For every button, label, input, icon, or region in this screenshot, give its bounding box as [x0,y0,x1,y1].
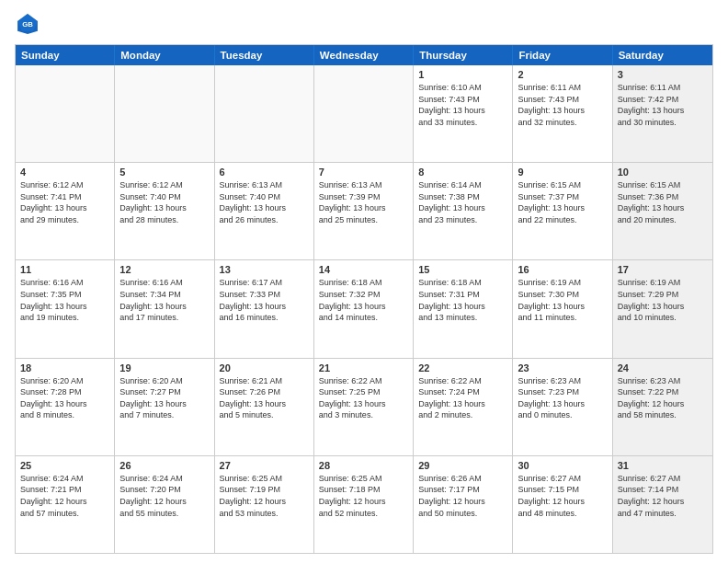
calendar-cell: 27Sunrise: 6:25 AM Sunset: 7:19 PM Dayli… [215,456,314,553]
day-number: 28 [319,460,408,471]
day-number: 14 [319,264,408,275]
day-info: Sunrise: 6:26 AM Sunset: 7:17 PM Dayligh… [418,473,507,519]
calendar-cell: 28Sunrise: 6:25 AM Sunset: 7:18 PM Dayli… [314,456,414,553]
day-info: Sunrise: 6:27 AM Sunset: 7:14 PM Dayligh… [618,473,708,519]
calendar-cell: 16Sunrise: 6:19 AM Sunset: 7:30 PM Dayli… [513,260,612,357]
calendar-week-row: 11Sunrise: 6:16 AM Sunset: 7:35 PM Dayli… [16,260,712,358]
calendar-week-row: 4Sunrise: 6:12 AM Sunset: 7:41 PM Daylig… [16,163,712,260]
day-number: 26 [119,460,209,471]
day-info: Sunrise: 6:24 AM Sunset: 7:21 PM Dayligh… [20,473,109,519]
day-info: Sunrise: 6:11 AM Sunset: 7:42 PM Dayligh… [618,82,708,128]
day-number: 31 [618,460,708,471]
calendar-cell: 17Sunrise: 6:19 AM Sunset: 7:29 PM Dayli… [613,260,712,357]
day-info: Sunrise: 6:22 AM Sunset: 7:25 PM Dayligh… [319,375,408,421]
day-number: 2 [518,69,607,80]
calendar-cell: 3Sunrise: 6:11 AM Sunset: 7:42 PM Daylig… [613,65,712,162]
calendar-cell: 7Sunrise: 6:13 AM Sunset: 7:39 PM Daylig… [314,163,414,259]
day-number: 16 [518,264,607,275]
calendar-cell: 2Sunrise: 6:11 AM Sunset: 7:43 PM Daylig… [513,65,612,162]
day-info: Sunrise: 6:20 AM Sunset: 7:27 PM Dayligh… [119,375,209,421]
calendar-header-cell: Friday [513,45,612,65]
calendar-cell: 22Sunrise: 6:22 AM Sunset: 7:24 PM Dayli… [414,359,513,455]
day-number: 4 [20,167,109,178]
calendar-cell [115,65,214,162]
day-info: Sunrise: 6:25 AM Sunset: 7:19 PM Dayligh… [220,473,309,519]
day-number: 11 [20,264,109,275]
day-number: 27 [220,460,309,471]
calendar-header-cell: Saturday [613,45,712,65]
calendar-cell: 20Sunrise: 6:21 AM Sunset: 7:26 PM Dayli… [215,359,314,455]
calendar-cell: 9Sunrise: 6:15 AM Sunset: 7:37 PM Daylig… [513,163,612,259]
day-info: Sunrise: 6:17 AM Sunset: 7:33 PM Dayligh… [220,277,309,323]
calendar-body: 1Sunrise: 6:10 AM Sunset: 7:43 PM Daylig… [16,65,712,553]
day-info: Sunrise: 6:24 AM Sunset: 7:20 PM Dayligh… [119,473,209,519]
calendar: SundayMondayTuesdayWednesdayThursdayFrid… [15,44,713,554]
day-number: 15 [418,264,507,275]
day-info: Sunrise: 6:15 AM Sunset: 7:37 PM Dayligh… [518,179,607,225]
day-number: 20 [220,362,309,373]
day-number: 8 [418,167,507,178]
calendar-header-cell: Monday [115,45,214,65]
day-info: Sunrise: 6:18 AM Sunset: 7:32 PM Dayligh… [319,277,408,323]
day-info: Sunrise: 6:21 AM Sunset: 7:26 PM Dayligh… [220,375,309,421]
day-info: Sunrise: 6:23 AM Sunset: 7:23 PM Dayligh… [518,375,607,421]
day-info: Sunrise: 6:15 AM Sunset: 7:36 PM Dayligh… [618,179,708,225]
calendar-week-row: 18Sunrise: 6:20 AM Sunset: 7:28 PM Dayli… [16,359,712,456]
day-info: Sunrise: 6:13 AM Sunset: 7:39 PM Dayligh… [319,179,408,225]
day-number: 1 [418,69,507,80]
day-info: Sunrise: 6:12 AM Sunset: 7:40 PM Dayligh… [119,179,209,225]
calendar-week-row: 1Sunrise: 6:10 AM Sunset: 7:43 PM Daylig… [16,65,712,163]
day-info: Sunrise: 6:14 AM Sunset: 7:38 PM Dayligh… [418,179,507,225]
calendar-cell [16,65,115,162]
day-number: 6 [220,167,309,178]
calendar-cell: 4Sunrise: 6:12 AM Sunset: 7:41 PM Daylig… [16,163,115,259]
calendar-cell: 29Sunrise: 6:26 AM Sunset: 7:17 PM Dayli… [414,456,513,553]
calendar-cell: 24Sunrise: 6:23 AM Sunset: 7:22 PM Dayli… [613,359,712,455]
day-number: 25 [20,460,109,471]
day-info: Sunrise: 6:13 AM Sunset: 7:40 PM Dayligh… [220,179,309,225]
calendar-header-cell: Thursday [414,45,513,65]
calendar-cell: 14Sunrise: 6:18 AM Sunset: 7:32 PM Dayli… [314,260,414,357]
day-info: Sunrise: 6:11 AM Sunset: 7:43 PM Dayligh… [518,82,607,128]
calendar-cell: 31Sunrise: 6:27 AM Sunset: 7:14 PM Dayli… [613,456,712,553]
calendar-header-cell: Tuesday [215,45,314,65]
calendar-cell: 23Sunrise: 6:23 AM Sunset: 7:23 PM Dayli… [513,359,612,455]
calendar-cell [215,65,314,162]
calendar-cell [314,65,414,162]
day-number: 29 [418,460,507,471]
logo-icon: GB [15,11,40,37]
day-info: Sunrise: 6:19 AM Sunset: 7:30 PM Dayligh… [518,277,607,323]
day-info: Sunrise: 6:18 AM Sunset: 7:31 PM Dayligh… [418,277,507,323]
day-info: Sunrise: 6:16 AM Sunset: 7:35 PM Dayligh… [20,277,109,323]
day-info: Sunrise: 6:20 AM Sunset: 7:28 PM Dayligh… [20,375,109,421]
calendar-cell: 10Sunrise: 6:15 AM Sunset: 7:36 PM Dayli… [613,163,712,259]
day-number: 23 [518,362,607,373]
day-number: 22 [418,362,507,373]
day-info: Sunrise: 6:22 AM Sunset: 7:24 PM Dayligh… [418,375,507,421]
day-info: Sunrise: 6:23 AM Sunset: 7:22 PM Dayligh… [618,375,708,421]
day-info: Sunrise: 6:19 AM Sunset: 7:29 PM Dayligh… [618,277,708,323]
page: GB SundayMondayTuesdayWednesdayThursdayF… [0,0,728,563]
day-info: Sunrise: 6:12 AM Sunset: 7:41 PM Dayligh… [20,179,109,225]
calendar-cell: 8Sunrise: 6:14 AM Sunset: 7:38 PM Daylig… [414,163,513,259]
day-number: 30 [518,460,607,471]
calendar-cell: 11Sunrise: 6:16 AM Sunset: 7:35 PM Dayli… [16,260,115,357]
calendar-cell: 1Sunrise: 6:10 AM Sunset: 7:43 PM Daylig… [414,65,513,162]
calendar-cell: 15Sunrise: 6:18 AM Sunset: 7:31 PM Dayli… [414,260,513,357]
calendar-cell: 18Sunrise: 6:20 AM Sunset: 7:28 PM Dayli… [16,359,115,455]
calendar-cell: 30Sunrise: 6:27 AM Sunset: 7:15 PM Dayli… [513,456,612,553]
calendar-header-cell: Wednesday [314,45,414,65]
day-number: 9 [518,167,607,178]
calendar-week-row: 25Sunrise: 6:24 AM Sunset: 7:21 PM Dayli… [16,456,712,553]
header: GB [15,11,713,37]
day-number: 7 [319,167,408,178]
calendar-cell: 25Sunrise: 6:24 AM Sunset: 7:21 PM Dayli… [16,456,115,553]
logo: GB [15,11,44,37]
calendar-cell: 6Sunrise: 6:13 AM Sunset: 7:40 PM Daylig… [215,163,314,259]
day-info: Sunrise: 6:25 AM Sunset: 7:18 PM Dayligh… [319,473,408,519]
calendar-cell: 13Sunrise: 6:17 AM Sunset: 7:33 PM Dayli… [215,260,314,357]
day-number: 13 [220,264,309,275]
day-number: 18 [20,362,109,373]
day-number: 12 [119,264,209,275]
day-number: 24 [618,362,708,373]
